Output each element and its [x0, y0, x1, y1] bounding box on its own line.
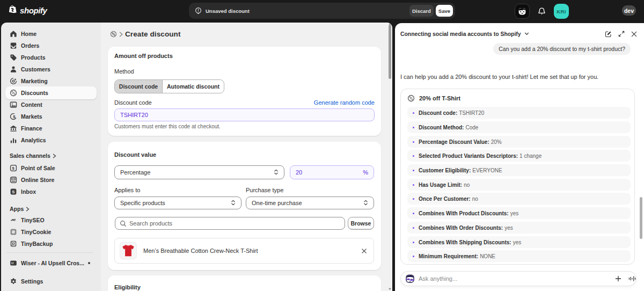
svg-text:I.I: I.I — [11, 262, 14, 265]
svg-text:$: $ — [12, 166, 15, 171]
svg-text:$: $ — [13, 114, 16, 119]
svg-text:S: S — [12, 190, 14, 194]
